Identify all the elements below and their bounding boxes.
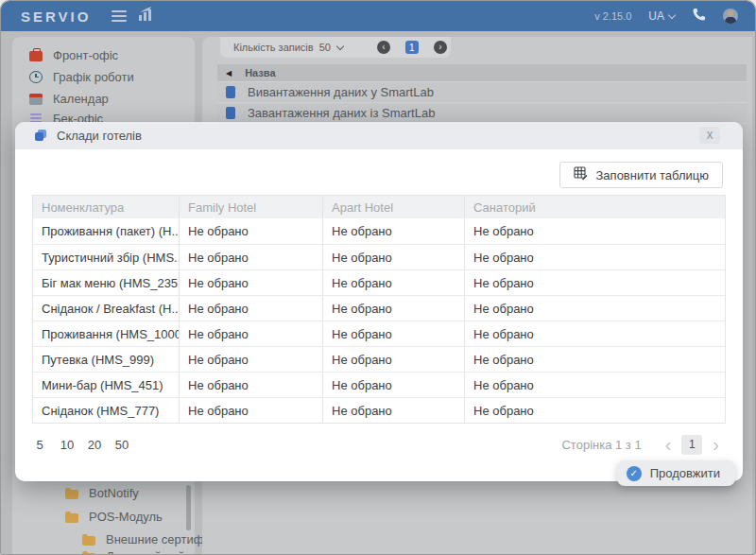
cell-nomenclature: Путевка (HMS_999) [33, 347, 180, 372]
table-row[interactable]: Сніданок / Breakfast (Н... Не обрано Не … [33, 295, 725, 321]
cell-family-hotel[interactable]: Не обрано [180, 245, 323, 269]
row-label: Вивантаження даних у SmartLab [248, 85, 434, 99]
phone-icon[interactable] [692, 8, 706, 26]
sidebar-item-label: Внешние сертифик [106, 532, 215, 546]
cell-nomenclature: Проживання (HMS_1000) [33, 321, 180, 346]
next-page-button[interactable]: › [434, 41, 447, 54]
collapse-triangle-icon[interactable]: ◀ [226, 69, 232, 78]
chevron-down-icon[interactable] [336, 42, 344, 49]
check-icon: ✓ [627, 466, 642, 481]
cell-family-hotel[interactable]: Не обрано [180, 270, 323, 295]
table-row[interactable]: Путевка (HMS_999) Не обрано Не обрано Не… [33, 346, 725, 372]
column-header-name: Назва [245, 67, 275, 78]
cell-sanatorium[interactable]: Не обрано [465, 347, 725, 372]
nomenclature-table: Номенклатура Family Hotel Apart Hotel Са… [32, 195, 726, 424]
cell-apart-hotel[interactable]: Не обрано [323, 296, 465, 321]
pagination: Сторінка 1 з 1 ‹ 1 › [561, 435, 726, 455]
page-size-50[interactable]: 50 [114, 438, 129, 452]
cell-nomenclature: Сніданок (HMS_777) [33, 398, 180, 423]
cell-apart-hotel[interactable]: Не обрано [323, 347, 465, 372]
background-table-header: ◀ Назва [217, 64, 747, 81]
cell-apart-hotel[interactable]: Не обрано [323, 218, 465, 244]
sidebar-item-pos-module[interactable]: POS-Модуль [65, 506, 163, 527]
hamburger-menu-icon[interactable] [112, 8, 127, 25]
cell-sanatorium[interactable]: Не обрано [465, 245, 725, 269]
sidebar-item-label: BotNotify [89, 486, 139, 500]
fill-table-button[interactable]: Заповнити таблицю [559, 162, 723, 188]
header-actions: v 2.15.0 UA [594, 8, 738, 26]
sidebar-item-work-schedule[interactable]: Графік роботи [29, 66, 134, 87]
cell-sanatorium[interactable]: Не обрано [465, 270, 725, 295]
cell-nomenclature: Туристичний збір (HMS... [33, 245, 180, 269]
cell-family-hotel[interactable]: Не обрано [180, 218, 323, 244]
records-count-value: 50 [319, 42, 331, 53]
user-avatar[interactable] [723, 9, 738, 24]
cell-apart-hotel[interactable]: Не обрано [323, 245, 465, 269]
modal-footer: 5 10 20 50 Сторінка 1 з 1 ‹ 1 › [32, 433, 726, 456]
sidebar-item-child-site[interactable]: Дочерний сайт [82, 546, 190, 555]
document-icon [226, 107, 235, 119]
sidebar-item-label: Графік роботи [53, 70, 134, 84]
language-selector[interactable]: UA [648, 9, 675, 23]
app-window: ♡✈☂✉♪⌂♡☂✈✉♪⌂♡♪ SERVIO v 2.15.0 UA [0, 0, 756, 555]
sidebar-scrollbar[interactable] [186, 485, 191, 530]
page-size-20[interactable]: 20 [87, 438, 102, 452]
prev-page-chevron[interactable]: ‹ [659, 435, 679, 454]
cell-sanatorium[interactable]: Не обрано [465, 373, 725, 397]
cell-apart-hotel[interactable]: Не обрано [323, 373, 465, 397]
page-info: Сторінка 1 з 1 [561, 438, 641, 452]
cell-nomenclature: Сніданок / Breakfast (Н... [33, 296, 180, 321]
cell-family-hotel[interactable]: Не обрано [180, 321, 323, 346]
continue-button[interactable]: ✓ Продовжити [617, 460, 735, 486]
cell-apart-hotel[interactable]: Не обрано [323, 398, 465, 423]
cell-nomenclature: Мини-бар (HMS_451) [33, 373, 180, 397]
cell-apart-hotel[interactable]: Не обрано [323, 321, 465, 346]
chart-icon[interactable] [138, 7, 155, 26]
sidebar-item-label: Календар [53, 92, 109, 106]
close-button[interactable]: X [699, 127, 720, 144]
current-page-button[interactable]: 1 [405, 41, 419, 54]
folder-icon [65, 513, 78, 523]
current-page-box[interactable]: 1 [681, 435, 702, 455]
cell-family-hotel[interactable]: Не обрано [180, 347, 323, 372]
cell-sanatorium[interactable]: Не обрано [465, 398, 725, 423]
cell-sanatorium[interactable]: Не обрано [465, 296, 725, 321]
sidebar-item-label: Дочерний сайт [106, 549, 190, 555]
table-row[interactable]: Проживання (пакет) (Н... Не обрано Не об… [33, 218, 725, 244]
prev-page-button[interactable]: ‹ [377, 41, 390, 54]
table-header-row: Номенклатура Family Hotel Apart Hotel Са… [33, 196, 725, 218]
cell-nomenclature: Проживання (пакет) (Н... [33, 218, 180, 244]
table-row[interactable]: Туристичний збір (HMS... Не обрано Не об… [33, 244, 725, 269]
table-row[interactable]: Мини-бар (HMS_451) Не обрано Не обрано Н… [33, 372, 725, 397]
hotel-warehouses-modal: Склади готелів X Заповнити таблицю Номен… [15, 122, 743, 481]
column-header: Санаторий [465, 196, 725, 218]
language-label: UA [648, 9, 664, 23]
folder-icon [65, 490, 78, 499]
sidebar-item-label: POS-Модуль [89, 510, 163, 524]
row-label: Завантаження даних із SmartLab [248, 106, 435, 120]
servio-logo: SERVIO [21, 9, 91, 25]
cell-apart-hotel[interactable]: Не обрано [323, 270, 465, 295]
column-header: Apart Hotel [323, 196, 465, 218]
table-row[interactable]: Проживання (HMS_1000) Не обрано Не обран… [33, 321, 725, 346]
cell-family-hotel[interactable]: Не обрано [180, 373, 323, 397]
table-row[interactable]: Біг мак меню (HMS_23511) Не обрано Не об… [33, 269, 725, 295]
top-header: SERVIO v 2.15.0 UA [1, 1, 755, 31]
table-row[interactable]: Сніданок (HMS_777) Не обрано Не обрано Н… [33, 397, 725, 423]
page-size-5[interactable]: 5 [32, 438, 47, 452]
cell-family-hotel[interactable]: Не обрано [180, 296, 323, 321]
cell-family-hotel[interactable]: Не обрано [180, 398, 323, 423]
sidebar-item-calendar[interactable]: Календар [29, 88, 109, 109]
app-version: v 2.15.0 [594, 10, 631, 22]
modal-title: Склади готелів [57, 129, 142, 143]
cell-sanatorium[interactable]: Не обрано [465, 321, 725, 346]
page-size-10[interactable]: 10 [60, 438, 75, 452]
cell-sanatorium[interactable]: Не обрано [465, 218, 725, 244]
table-row[interactable]: Завантаження даних із SmartLab [217, 102, 747, 123]
next-page-chevron[interactable]: › [706, 435, 726, 454]
clock-icon [29, 71, 43, 83]
table-row[interactable]: Вивантаження даних у SmartLab [217, 81, 747, 102]
sidebar-item-front-office[interactable]: Фронт-офіс [29, 44, 118, 65]
sidebar-item-botnotify[interactable]: BotNotify [65, 482, 139, 503]
folder-icon [82, 536, 95, 546]
